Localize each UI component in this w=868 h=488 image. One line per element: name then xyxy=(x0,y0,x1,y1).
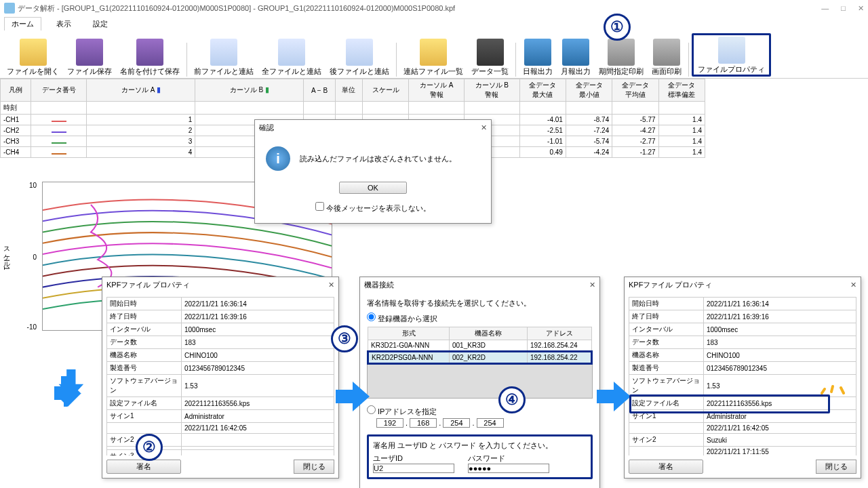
annotation-circle-4: ④ xyxy=(498,386,526,413)
tab-settings[interactable]: 設定 xyxy=(86,18,115,30)
sign-button[interactable]: 署名 xyxy=(106,460,181,474)
close-button[interactable]: 閉じる xyxy=(816,460,856,474)
daily-report-button[interactable]: 日報出力 xyxy=(519,37,557,77)
window-titlebar: データ解析 - [GROUP1_G1(20221110160924-012000… xyxy=(0,0,868,16)
close-button[interactable]: 閉じる xyxy=(294,460,334,474)
sparkle-icon xyxy=(821,374,848,394)
arrow-right-icon xyxy=(597,380,631,413)
close-icon[interactable]: ✕ xyxy=(850,281,856,289)
file-properties-button[interactable]: ファイルプロパティ xyxy=(692,33,771,77)
opt-ip[interactable]: IPアドレスを指定 xyxy=(367,405,593,417)
close-icon[interactable]: ✕ xyxy=(328,281,334,289)
annotation-circle-3: ③ xyxy=(331,325,358,352)
link-prev-button[interactable]: 前ファイルと連結 xyxy=(190,37,258,77)
menubar: ホーム 表示 設定 xyxy=(0,16,868,31)
link-all-button[interactable]: 全ファイルと連結 xyxy=(258,37,326,77)
monthly-report-button[interactable]: 月報出力 xyxy=(557,37,595,77)
confirm-title: 確認 xyxy=(259,123,274,133)
ip-octet-0[interactable] xyxy=(376,418,403,428)
data-list-button[interactable]: データ一覧 xyxy=(467,37,513,77)
cred-lead: 署名用 ユーザID と パスワード を入力してください。 xyxy=(373,441,587,451)
y-axis-label: スケール 1 xyxy=(1,242,11,270)
info-icon: i xyxy=(266,146,290,171)
ip-octet-1[interactable] xyxy=(410,418,437,428)
close-icon[interactable]: ✕ xyxy=(858,4,864,13)
close-icon[interactable]: ✕ xyxy=(481,123,487,132)
tab-home[interactable]: ホーム xyxy=(4,17,41,30)
open-file-button[interactable]: ファイルを開く xyxy=(3,37,63,77)
save-as-button[interactable]: 名前を付けて保存 xyxy=(116,37,184,77)
window-title: データ解析 - [GROUP1_G1(20221110160924-012000… xyxy=(18,3,455,14)
dialog-title: KPFファイル プロパティ xyxy=(629,280,712,290)
save-file-button[interactable]: ファイル保存 xyxy=(63,37,116,77)
screen-print-button[interactable]: 画面印刷 xyxy=(648,37,686,77)
password-input[interactable] xyxy=(468,464,549,473)
connect-lead: 署名情報を取得する接続先を選択してください。 xyxy=(367,298,593,308)
dialog-title: 機器接続 xyxy=(364,280,394,290)
suppress-checkbox[interactable]: 今後メッセージを表示しない。 xyxy=(315,204,431,212)
sign-button[interactable]: 署名 xyxy=(629,460,703,474)
ok-button[interactable]: OK xyxy=(339,182,407,194)
device-table: 形式機器名称アドレス KR3D21-G0A-NNN001_KR3D192.168… xyxy=(367,327,593,365)
annotation-circle-2: ② xyxy=(136,434,163,461)
arrow-icon xyxy=(57,369,91,403)
ip-octet-3[interactable] xyxy=(477,418,504,428)
confirm-dialog: 確認✕ i 読み込んだファイルは改ざんされていません。 OK 今後メッセージを表… xyxy=(254,119,492,224)
ribbon-toolbar: ファイルを開く ファイル保存 名前を付けて保存 前ファイルと連結 全ファイルと連… xyxy=(0,31,868,79)
app-icon xyxy=(4,3,15,14)
svg-line-0 xyxy=(822,389,825,393)
arrow-right-icon xyxy=(336,380,370,413)
close-icon[interactable]: ✕ xyxy=(589,281,595,289)
annotation-circle-1: ① xyxy=(604,14,631,41)
linked-list-button[interactable]: 連結ファイル一覧 xyxy=(399,37,467,77)
svg-line-2 xyxy=(841,388,844,393)
period-print-button[interactable]: 期間指定印刷 xyxy=(595,37,648,77)
maximize-icon[interactable]: □ xyxy=(841,4,846,13)
link-next-button[interactable]: 後ファイルと連結 xyxy=(326,37,393,77)
user-id-input[interactable] xyxy=(373,464,454,473)
tab-view[interactable]: 表示 xyxy=(50,18,78,30)
dialog-title: KPFファイル プロパティ xyxy=(106,280,190,290)
confirm-message: 読み込んだファイルは改ざんされていません。 xyxy=(300,154,456,164)
device-connect-dialog: 機器接続✕ 署名情報を取得する接続先を選択してください。 登録機器から選択 形式… xyxy=(359,277,600,488)
ip-octet-2[interactable] xyxy=(443,418,470,428)
svg-line-1 xyxy=(831,386,833,392)
device-row[interactable]: KR3D21-G0A-NNN001_KR3D192.168.254.24 xyxy=(368,340,592,352)
minimize-icon[interactable]: — xyxy=(821,4,829,13)
device-row-selected[interactable]: KR2D2PSG0A-NNN002_KR2D192.168.254.22 xyxy=(368,352,592,364)
opt-registered[interactable]: 登録機器から選択 xyxy=(367,314,437,323)
